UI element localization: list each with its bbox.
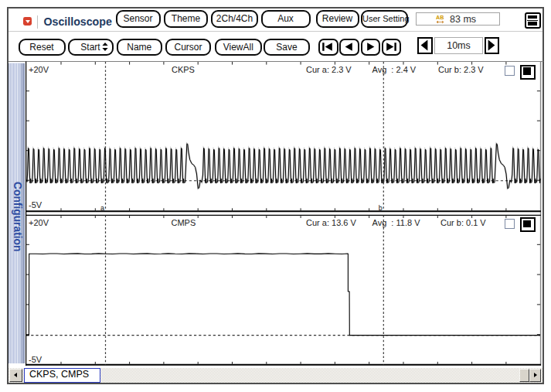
svg-text:AB: AB: [436, 14, 444, 21]
svg-text:a: a: [100, 204, 104, 212]
svg-text:b: b: [379, 204, 383, 212]
